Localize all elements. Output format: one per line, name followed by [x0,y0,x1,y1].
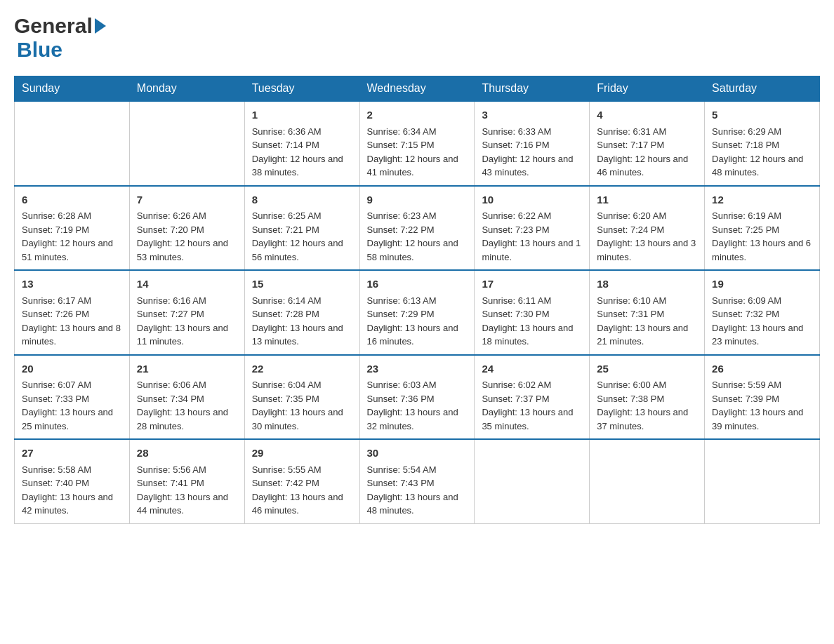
calendar-cell: 26Sunrise: 5:59 AMSunset: 7:39 PMDayligh… [705,355,820,440]
day-info: Sunrise: 6:06 AMSunset: 7:34 PMDaylight:… [137,378,237,433]
calendar-cell: 28Sunrise: 5:56 AMSunset: 7:41 PMDayligh… [129,439,244,523]
calendar-table: SundayMondayTuesdayWednesdayThursdayFrid… [14,76,820,524]
day-info: Sunrise: 6:02 AMSunset: 7:37 PMDaylight:… [482,378,582,433]
day-info: Sunrise: 6:00 AMSunset: 7:38 PMDaylight:… [597,378,697,433]
day-number: 19 [712,276,812,293]
calendar-cell: 4Sunrise: 6:31 AMSunset: 7:17 PMDaylight… [590,101,705,186]
day-number: 22 [252,361,352,377]
calendar-cell: 11Sunrise: 6:20 AMSunset: 7:24 PMDayligh… [590,186,705,271]
logo-general-text: General [14,14,93,38]
week-row-4: 20Sunrise: 6:07 AMSunset: 7:33 PMDayligh… [15,355,820,440]
day-number: 14 [137,276,237,293]
day-number: 8 [252,192,352,208]
day-info: Sunrise: 6:26 AMSunset: 7:20 PMDaylight:… [137,209,237,264]
day-number: 15 [252,276,352,293]
day-number: 13 [22,276,122,293]
day-info: Sunrise: 6:36 AMSunset: 7:14 PMDaylight:… [252,125,352,180]
calendar-cell: 2Sunrise: 6:34 AMSunset: 7:15 PMDaylight… [359,101,475,186]
weekday-header-thursday: Thursday [475,76,590,102]
day-info: Sunrise: 6:29 AMSunset: 7:18 PMDaylight:… [712,125,812,180]
day-info: Sunrise: 5:55 AMSunset: 7:42 PMDaylight:… [252,463,352,518]
calendar-cell: 16Sunrise: 6:13 AMSunset: 7:29 PMDayligh… [359,270,475,355]
weekday-header-monday: Monday [129,76,244,102]
weekday-header-row: SundayMondayTuesdayWednesdayThursdayFrid… [15,76,820,102]
calendar-cell: 30Sunrise: 5:54 AMSunset: 7:43 PMDayligh… [359,439,475,523]
calendar-cell: 15Sunrise: 6:14 AMSunset: 7:28 PMDayligh… [244,270,359,355]
calendar-cell: 17Sunrise: 6:11 AMSunset: 7:30 PMDayligh… [475,270,590,355]
day-info: Sunrise: 6:10 AMSunset: 7:31 PMDaylight:… [597,294,697,349]
calendar-cell: 13Sunrise: 6:17 AMSunset: 7:26 PMDayligh… [15,270,130,355]
day-number: 9 [367,192,468,208]
calendar-cell: 25Sunrise: 6:00 AMSunset: 7:38 PMDayligh… [590,355,705,440]
day-info: Sunrise: 6:20 AMSunset: 7:24 PMDaylight:… [597,209,697,264]
day-number: 1 [252,107,352,123]
calendar-cell [590,439,705,523]
day-info: Sunrise: 6:23 AMSunset: 7:22 PMDaylight:… [367,209,468,264]
day-info: Sunrise: 6:34 AMSunset: 7:15 PMDaylight:… [367,125,468,180]
calendar-cell: 21Sunrise: 6:06 AMSunset: 7:34 PMDayligh… [129,355,244,440]
weekday-header-friday: Friday [590,76,705,102]
day-number: 25 [597,361,697,377]
day-number: 2 [367,107,468,123]
day-info: Sunrise: 6:17 AMSunset: 7:26 PMDaylight:… [22,294,122,349]
page-header: General Blue [14,14,820,62]
day-number: 6 [22,192,122,208]
calendar-cell: 23Sunrise: 6:03 AMSunset: 7:36 PMDayligh… [359,355,475,440]
day-number: 17 [482,276,582,293]
day-info: Sunrise: 6:14 AMSunset: 7:28 PMDaylight:… [252,294,352,349]
day-info: Sunrise: 6:16 AMSunset: 7:27 PMDaylight:… [137,294,237,349]
day-info: Sunrise: 6:25 AMSunset: 7:21 PMDaylight:… [252,209,352,264]
weekday-header-wednesday: Wednesday [359,76,475,102]
week-row-1: 1Sunrise: 6:36 AMSunset: 7:14 PMDaylight… [15,101,820,186]
weekday-header-sunday: Sunday [15,76,130,102]
day-number: 4 [597,107,697,123]
calendar-cell: 10Sunrise: 6:22 AMSunset: 7:23 PMDayligh… [475,186,590,271]
day-number: 27 [22,445,122,462]
day-info: Sunrise: 6:22 AMSunset: 7:23 PMDaylight:… [482,209,582,264]
calendar-cell: 7Sunrise: 6:26 AMSunset: 7:20 PMDaylight… [129,186,244,271]
day-number: 12 [712,192,812,208]
day-info: Sunrise: 6:33 AMSunset: 7:16 PMDaylight:… [482,125,582,180]
day-number: 16 [367,276,468,293]
week-row-2: 6Sunrise: 6:28 AMSunset: 7:19 PMDaylight… [15,186,820,271]
logo-arrow-icon [95,18,106,34]
calendar-cell: 20Sunrise: 6:07 AMSunset: 7:33 PMDayligh… [15,355,130,440]
day-number: 20 [22,361,122,377]
calendar-cell: 27Sunrise: 5:58 AMSunset: 7:40 PMDayligh… [15,439,130,523]
day-info: Sunrise: 5:56 AMSunset: 7:41 PMDaylight:… [137,463,237,518]
weekday-header-tuesday: Tuesday [244,76,359,102]
day-info: Sunrise: 6:03 AMSunset: 7:36 PMDaylight:… [367,378,468,433]
day-number: 30 [367,445,468,462]
calendar-cell: 24Sunrise: 6:02 AMSunset: 7:37 PMDayligh… [475,355,590,440]
calendar-cell [129,101,244,186]
day-number: 24 [482,361,582,377]
calendar-cell: 18Sunrise: 6:10 AMSunset: 7:31 PMDayligh… [590,270,705,355]
day-number: 10 [482,192,582,208]
day-number: 29 [252,445,352,462]
day-info: Sunrise: 6:11 AMSunset: 7:30 PMDaylight:… [482,294,582,349]
logo: General Blue [14,14,108,62]
calendar-cell: 12Sunrise: 6:19 AMSunset: 7:25 PMDayligh… [705,186,820,271]
day-info: Sunrise: 6:19 AMSunset: 7:25 PMDaylight:… [712,209,812,264]
weekday-header-saturday: Saturday [705,76,820,102]
day-number: 11 [597,192,697,208]
day-info: Sunrise: 6:07 AMSunset: 7:33 PMDaylight:… [22,378,122,433]
day-info: Sunrise: 5:59 AMSunset: 7:39 PMDaylight:… [712,378,812,433]
calendar-cell: 14Sunrise: 6:16 AMSunset: 7:27 PMDayligh… [129,270,244,355]
day-number: 18 [597,276,697,293]
calendar-cell: 1Sunrise: 6:36 AMSunset: 7:14 PMDaylight… [244,101,359,186]
logo-blue-text: Blue [17,38,62,61]
week-row-5: 27Sunrise: 5:58 AMSunset: 7:40 PMDayligh… [15,439,820,523]
day-info: Sunrise: 6:09 AMSunset: 7:32 PMDaylight:… [712,294,812,349]
day-info: Sunrise: 6:13 AMSunset: 7:29 PMDaylight:… [367,294,468,349]
day-info: Sunrise: 5:54 AMSunset: 7:43 PMDaylight:… [367,463,468,518]
day-info: Sunrise: 6:28 AMSunset: 7:19 PMDaylight:… [22,209,122,264]
day-number: 21 [137,361,237,377]
calendar-cell [705,439,820,523]
calendar-cell: 5Sunrise: 6:29 AMSunset: 7:18 PMDaylight… [705,101,820,186]
day-number: 26 [712,361,812,377]
calendar-cell: 19Sunrise: 6:09 AMSunset: 7:32 PMDayligh… [705,270,820,355]
day-number: 28 [137,445,237,462]
day-info: Sunrise: 5:58 AMSunset: 7:40 PMDaylight:… [22,463,122,518]
day-number: 23 [367,361,468,377]
